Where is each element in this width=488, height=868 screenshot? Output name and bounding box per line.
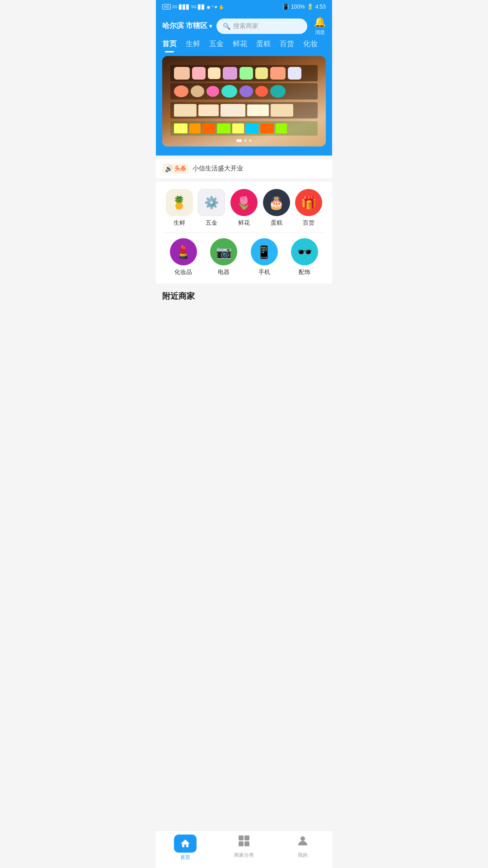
battery-icon: 🔋 xyxy=(307,4,314,10)
banner-container xyxy=(156,52,332,156)
sim-badge: ² xyxy=(212,5,213,9)
dept-icon: 🎁 xyxy=(295,189,322,216)
phone-label: 手机 xyxy=(258,268,270,276)
hd-badge: HD xyxy=(162,4,171,9)
header: 哈尔滨 市辖区 ▾ 🔍 搜索商家 🔔 消息 xyxy=(156,12,332,36)
cosmetics-icon: 💄 xyxy=(170,238,197,265)
category-electronics[interactable]: 📷 电器 xyxy=(204,238,244,276)
news-badge-text: 头条 xyxy=(174,165,186,173)
cake-label: 蛋糕 xyxy=(271,219,282,227)
fresh-icon: 🍍 xyxy=(166,189,193,216)
fresh-label: 生鲜 xyxy=(174,219,185,227)
banner-placeholder xyxy=(162,56,326,146)
cake-icon: 🎂 xyxy=(263,189,290,216)
cosmetics-emoji: 💄 xyxy=(175,245,191,259)
tab-cake[interactable]: 蛋糕 xyxy=(256,39,271,52)
electronics-label: 电器 xyxy=(218,268,230,276)
nearby-title: 附近商家 xyxy=(162,291,326,302)
signal-bars1: ▊▊▊ xyxy=(179,5,190,9)
signal-2g: 2G xyxy=(172,5,178,9)
location-selector[interactable]: 哈尔滨 市辖区 ▾ xyxy=(162,21,212,31)
nav-tabs: 首页 生鲜 五金 鲜花 蛋糕 百货 化妆 xyxy=(156,36,332,52)
electronics-icon: 📷 xyxy=(210,238,237,265)
notification-label: 消息 xyxy=(315,29,325,36)
dept-emoji: 🎁 xyxy=(301,195,317,210)
category-section: 🍍 生鲜 ⚙️ 五金 🌷 鲜花 🎂 蛋糕 🎁 百货 xyxy=(156,182,332,283)
category-phone[interactable]: 📱 手机 xyxy=(244,238,285,276)
search-box[interactable]: 🔍 搜索商家 xyxy=(216,19,307,34)
phone-icon: 📱 xyxy=(251,238,278,265)
dot-1 xyxy=(236,139,242,142)
tab-hardware[interactable]: 五金 xyxy=(209,39,224,52)
electronics-emoji: 📷 xyxy=(216,245,232,259)
category-department[interactable]: 🎁 百货 xyxy=(292,189,325,227)
category-flower[interactable]: 🌷 鲜花 xyxy=(228,189,260,227)
flower-icon: 🌷 xyxy=(230,189,258,216)
dot-3 xyxy=(249,139,252,142)
accessories-icon: 🕶️ xyxy=(291,238,318,265)
banner-image[interactable] xyxy=(162,56,326,146)
status-right: 📳 100% 🔋 4:53 xyxy=(282,4,326,10)
dot-2 xyxy=(244,139,247,142)
category-accessories[interactable]: 🕶️ 配饰 xyxy=(285,238,325,276)
battery-level: 100% xyxy=(291,4,305,10)
fresh-emoji: 🍍 xyxy=(171,195,187,210)
status-left: HD 2G ▊▊▊ 5G ▊▊ ◉ ² ♥ ✋ xyxy=(162,4,224,9)
cosmetics-label: 化妆品 xyxy=(174,268,192,276)
category-fresh[interactable]: 🍍 生鲜 xyxy=(163,189,196,227)
news-badge-icon: 🔊 xyxy=(165,165,173,172)
vibrate-icon: 📳 xyxy=(282,4,289,10)
accessories-emoji: 🕶️ xyxy=(297,245,313,259)
accessories-label: 配饰 xyxy=(299,268,310,276)
news-badge: 🔊 头条 xyxy=(162,164,189,174)
tab-department[interactable]: 百货 xyxy=(280,39,294,52)
category-grid-row1: 🍍 生鲜 ⚙️ 五金 🌷 鲜花 🎂 蛋糕 🎁 百货 xyxy=(163,189,325,227)
category-grid-row2: 💄 化妆品 📷 电器 📱 手机 🕶️ 配饰 xyxy=(163,238,325,276)
tab-cosmetics[interactable]: 化妆 xyxy=(303,39,318,52)
phone-emoji: 📱 xyxy=(256,245,272,259)
category-cake[interactable]: 🎂 蛋糕 xyxy=(260,189,293,227)
hardware-label: 五金 xyxy=(206,219,217,227)
tab-fresh[interactable]: 生鲜 xyxy=(186,39,200,52)
bell-icon: 🔔 xyxy=(314,16,326,28)
health-icon: ♥ xyxy=(215,5,217,9)
dept-label: 百货 xyxy=(303,219,314,227)
status-bar: HD 2G ▊▊▊ 5G ▊▊ ◉ ² ♥ ✋ 📳 100% 🔋 4:53 xyxy=(156,0,332,12)
time-display: 4:53 xyxy=(315,4,326,10)
hand-icon: ✋ xyxy=(219,5,224,9)
category-cosmetics[interactable]: 💄 化妆品 xyxy=(163,238,204,276)
tab-home[interactable]: 首页 xyxy=(162,39,177,52)
flower-emoji: 🌷 xyxy=(236,195,252,210)
location-arrow-icon: ▾ xyxy=(209,23,212,29)
nearby-section: 附近商家 xyxy=(156,283,332,311)
flower-label: 鲜花 xyxy=(238,219,250,227)
grid-divider xyxy=(163,232,325,233)
category-hardware[interactable]: ⚙️ 五金 xyxy=(196,189,228,227)
hardware-emoji: ⚙️ xyxy=(204,196,219,210)
signal-5g: 5G xyxy=(191,5,197,9)
banner-dots xyxy=(236,139,252,142)
hardware-icon: ⚙️ xyxy=(198,189,225,216)
search-placeholder: 搜索商家 xyxy=(233,22,258,30)
search-icon: 🔍 xyxy=(223,23,230,30)
location-text: 哈尔滨 市辖区 xyxy=(162,21,207,31)
bottom-spacer xyxy=(156,311,332,347)
news-ticker-text: 小信生活盛大开业 xyxy=(192,165,243,173)
tab-flower[interactable]: 鲜花 xyxy=(233,39,247,52)
cake-emoji: 🎂 xyxy=(268,195,284,210)
wifi-icon: ◉ xyxy=(206,5,211,9)
notification-button[interactable]: 🔔 消息 xyxy=(314,16,326,36)
signal-bars2: ▊▊ xyxy=(198,5,205,9)
news-ticker: 🔊 头条 小信生活盛大开业 xyxy=(156,159,332,178)
